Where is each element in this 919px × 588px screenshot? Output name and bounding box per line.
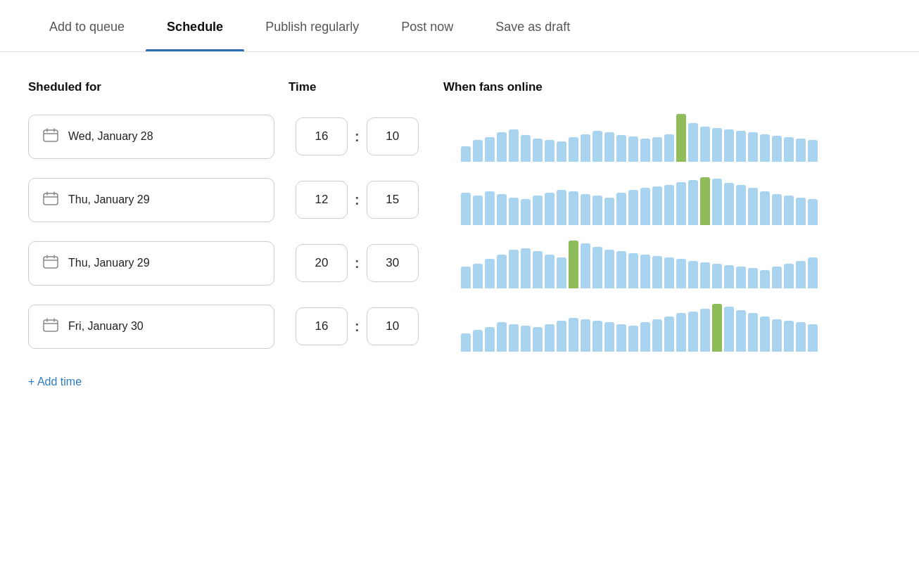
- bar: [473, 140, 483, 162]
- bar: [592, 131, 602, 162]
- bar: [533, 251, 543, 288]
- date-picker-1[interactable]: Thu, January 29: [28, 178, 274, 222]
- scheduled-for-label: Sheduled for: [28, 80, 101, 94]
- bar: [772, 194, 782, 225]
- bar: [700, 262, 710, 288]
- hour-input-0[interactable]: 16: [296, 117, 348, 155]
- time-group-2: 20 : 30: [296, 244, 419, 282]
- hour-input-2[interactable]: 20: [296, 244, 348, 282]
- tabs-bar: Add to queueSchedulePublish regularlyPos…: [0, 0, 919, 52]
- bar: [521, 199, 531, 225]
- minute-input-2[interactable]: 30: [367, 244, 419, 282]
- bar: [736, 267, 746, 288]
- time-group-3: 16 : 10: [296, 307, 419, 345]
- calendar-icon: [43, 191, 58, 209]
- date-picker-0[interactable]: Wed, January 28: [28, 115, 274, 159]
- time-group-0: 16 : 10: [296, 117, 419, 155]
- bar: [712, 304, 722, 352]
- add-time-button[interactable]: + Add time: [28, 376, 82, 388]
- schedule-rows: Wed, January 28 16 : 10 Thu, January 29 …: [28, 111, 891, 352]
- bar: [533, 327, 543, 352]
- bar: [545, 255, 554, 288]
- bar: [736, 131, 746, 162]
- tab-schedule[interactable]: Schedule: [146, 0, 244, 51]
- date-picker-3[interactable]: Fri, January 30: [28, 305, 274, 349]
- svg-rect-8: [44, 257, 58, 268]
- date-value-1: Thu, January 29: [68, 193, 150, 206]
- minute-input-3[interactable]: 10: [367, 307, 419, 345]
- bar: [652, 137, 662, 162]
- bar: [784, 264, 794, 288]
- bar: [772, 267, 782, 288]
- bar: [748, 188, 758, 225]
- bar: [772, 136, 782, 162]
- tab-save-as-draft[interactable]: Save as draft: [474, 0, 591, 51]
- bar: [509, 129, 519, 162]
- bar: [784, 321, 794, 352]
- date-value-3: Fri, January 30: [68, 320, 144, 333]
- svg-rect-12: [44, 320, 58, 331]
- bar: [652, 256, 662, 288]
- bar: [497, 255, 507, 288]
- bar: [628, 190, 638, 225]
- bar: [557, 141, 566, 162]
- bar: [497, 194, 507, 225]
- svg-rect-4: [44, 193, 58, 205]
- time-colon-0: :: [355, 129, 360, 145]
- bar: [557, 257, 566, 288]
- bar: [461, 333, 471, 352]
- bar: [652, 186, 662, 225]
- bar: [521, 248, 531, 288]
- tab-post-now[interactable]: Post now: [380, 0, 474, 51]
- minute-input-0[interactable]: 10: [367, 117, 419, 155]
- bar: [712, 128, 722, 162]
- date-picker-2[interactable]: Thu, January 29: [28, 241, 274, 286]
- bar: [736, 185, 746, 225]
- tab-publish-regularly[interactable]: Publish regularly: [244, 0, 380, 51]
- bar: [604, 322, 614, 352]
- bar: [724, 129, 734, 162]
- time-colon-2: :: [355, 255, 360, 271]
- schedule-row: Thu, January 29 20 : 30: [28, 238, 891, 288]
- bar: [760, 134, 770, 162]
- bar: [808, 257, 818, 288]
- bar: [712, 179, 722, 225]
- fan-chart-0: [461, 111, 891, 162]
- minute-input-1[interactable]: 15: [367, 181, 419, 219]
- bar: [688, 312, 698, 352]
- bar: [676, 114, 686, 162]
- bar: [664, 257, 674, 288]
- fan-chart-2: [461, 238, 891, 288]
- date-value-0: Wed, January 28: [68, 130, 153, 143]
- main-content: Sheduled for Time When fans online Wed, …: [0, 52, 919, 416]
- bar: [640, 255, 650, 288]
- hour-input-1[interactable]: 12: [296, 181, 348, 219]
- bar: [485, 259, 495, 288]
- bar: [664, 185, 674, 225]
- bar: [724, 265, 734, 288]
- bar: [485, 137, 495, 162]
- bar: [688, 261, 698, 288]
- tab-add-to-queue[interactable]: Add to queue: [28, 0, 146, 51]
- bar: [760, 270, 770, 288]
- bar: [545, 140, 554, 162]
- bar: [533, 196, 543, 225]
- bar: [616, 251, 626, 288]
- bar: [796, 261, 806, 288]
- bar: [664, 134, 674, 162]
- bar: [760, 317, 770, 352]
- fan-chart-1: [461, 174, 891, 225]
- bar: [640, 322, 650, 352]
- bar: [808, 140, 818, 162]
- calendar-icon: [43, 128, 58, 146]
- bar: [628, 253, 638, 288]
- bar: [521, 135, 531, 162]
- schedule-row: Thu, January 29 12 : 15: [28, 174, 891, 225]
- bar: [676, 182, 686, 225]
- bar: [808, 324, 818, 352]
- bar: [592, 196, 602, 225]
- bar: [748, 132, 758, 162]
- time-group-1: 12 : 15: [296, 181, 419, 219]
- bar: [688, 180, 698, 225]
- hour-input-3[interactable]: 16: [296, 307, 348, 345]
